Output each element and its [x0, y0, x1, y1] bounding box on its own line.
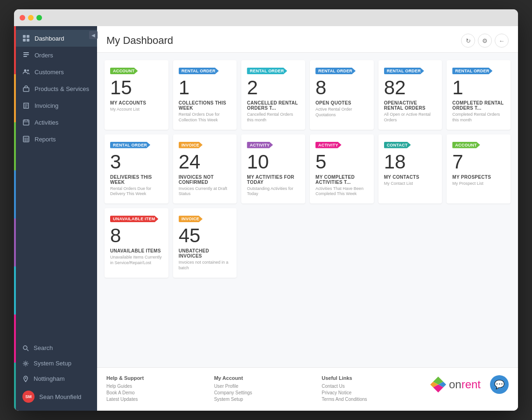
- reports-icon: [22, 135, 30, 143]
- card-title: OPEN QUOTES: [315, 100, 368, 105]
- card-number: 18: [384, 151, 437, 173]
- dashboard-icon: [22, 35, 30, 42]
- sidebar-activities-label: Activities: [35, 119, 58, 126]
- sidebar-item-orders[interactable]: Orders: [14, 47, 97, 63]
- chat-button[interactable]: 💬: [490, 375, 509, 394]
- sidebar-collapse-button[interactable]: ◀: [89, 31, 98, 39]
- footer-link-company-settings[interactable]: Company Settings: [214, 390, 308, 395]
- activities-icon: [22, 119, 30, 126]
- maximize-dot[interactable]: [36, 15, 42, 21]
- card-title: MY ACCOUNTS: [110, 100, 163, 105]
- main-header: My Dashboard ↻ ⚙ ←: [97, 26, 518, 53]
- card-badge: Rental Order: [110, 142, 150, 148]
- sidebar-item-search[interactable]: Search: [14, 340, 97, 356]
- card-subtitle: My Account List: [110, 107, 163, 112]
- footer-useful: Useful Links Contact Us Privacy Notice T…: [322, 375, 415, 403]
- nav-items: Dashboard Orders: [14, 30, 97, 340]
- titlebar-dots: [20, 15, 42, 21]
- svg-rect-6: [23, 56, 27, 57]
- card-open-quotes[interactable]: Rental Order 8 OPEN QUOTES Active Rental…: [310, 60, 374, 130]
- collapse-icon: ◀: [91, 33, 95, 38]
- cards-row-2: Rental Order 3 DELIVERIES THIS WEEK Rent…: [105, 134, 511, 204]
- card-my-accounts[interactable]: Account 15 MY ACCOUNTS My Account List: [105, 60, 168, 130]
- card-badge: Activity: [315, 142, 342, 148]
- card-number: 8: [315, 77, 368, 98]
- sidebar-item-reports[interactable]: Reports: [14, 131, 97, 147]
- card-completed-rental[interactable]: Rental Order 1 COMPLETED RENTAL ORDERS T…: [447, 60, 511, 130]
- card-activities-today[interactable]: Activity 10 MY ACTIVITIES FOR TODAY Outs…: [241, 134, 305, 204]
- logo-text: onrent: [449, 378, 481, 391]
- card-contacts[interactable]: Contact 18 MY CONTACTS My Contact List: [378, 134, 442, 204]
- svg-point-22: [23, 346, 27, 350]
- svg-rect-11: [25, 106, 28, 106]
- sidebar-item-system-setup[interactable]: System Setup: [14, 356, 97, 371]
- sidebar-item-location[interactable]: Nottingham: [14, 371, 97, 386]
- card-number: 1: [179, 77, 231, 98]
- card-number: 10: [247, 151, 300, 173]
- sidebar-item-activities[interactable]: Activities: [14, 114, 97, 131]
- card-completed-activities[interactable]: Activity 5 MY COMPLETED ACTIVITIES T... …: [310, 134, 374, 204]
- footer-link-terms[interactable]: Terms And Conditions: [322, 397, 415, 402]
- footer-link-latest-updates[interactable]: Latest Updates: [106, 397, 200, 402]
- card-badge: Rental Order: [179, 68, 219, 74]
- svg-rect-0: [23, 35, 26, 38]
- card-unbatched[interactable]: Invoice 45 UNBATCHED INVOICES Invoices n…: [173, 208, 237, 278]
- card-title: COMPLETED RENTAL ORDERS T...: [452, 100, 505, 111]
- card-cancelled-rental[interactable]: Rental Order 2 CANCELLED RENTAL ORDERS T…: [241, 60, 305, 130]
- card-badge: Contact: [384, 142, 411, 148]
- card-badge: Account: [452, 142, 480, 148]
- minimize-dot[interactable]: [28, 15, 34, 21]
- settings-button[interactable]: ⚙: [478, 34, 492, 48]
- card-unavailable[interactable]: Unavailable Item 8 UNAVAILABLE ITEMS Una…: [105, 208, 168, 278]
- products-icon: [22, 85, 30, 92]
- card-invoices-unconfirmed[interactable]: Invoice 24 INVOICES NOT CONFIRMED Invoic…: [173, 134, 237, 204]
- header-actions: ↻ ⚙ ←: [461, 34, 509, 48]
- card-deliveries[interactable]: Rental Order 3 DELIVERIES THIS WEEK Rent…: [105, 134, 168, 204]
- footer-link-contact-us[interactable]: Contact Us: [322, 384, 415, 389]
- svg-rect-13: [23, 120, 29, 125]
- card-prospects[interactable]: Account 7 MY PROSPECTS My Prospect List: [447, 134, 511, 204]
- refresh-button[interactable]: ↻: [461, 34, 475, 48]
- svg-rect-17: [23, 136, 29, 142]
- back-button[interactable]: ←: [495, 34, 509, 48]
- close-dot[interactable]: [20, 15, 25, 21]
- card-active-rental[interactable]: Rental Order 82 OPEN/ACTIVE RENTAL ORDER…: [378, 60, 442, 130]
- footer-link-system-setup[interactable]: System Setup: [214, 397, 308, 402]
- orders-icon: [22, 51, 30, 59]
- sidebar-item-customers[interactable]: Customers: [14, 63, 97, 80]
- card-collections[interactable]: Rental Order 1 COLLECTIONS THIS WEEK Ren…: [173, 60, 237, 130]
- app-body: ◀ Dashboard: [14, 26, 518, 411]
- card-title: UNAVAILABLE ITEMS: [110, 248, 163, 253]
- footer-account: My Account User Profile Company Settings…: [214, 375, 308, 403]
- main-content: My Dashboard ↻ ⚙ ← Account 15 MY ACCOUNT…: [97, 26, 518, 411]
- card-title: MY PROSPECTS: [452, 175, 505, 180]
- sidebar-item-invoicing[interactable]: Invoicing: [14, 97, 97, 114]
- svg-line-23: [27, 349, 29, 351]
- card-title: OPEN/ACTIVE RENTAL ORDERS: [384, 100, 437, 111]
- system-setup-label: System Setup: [34, 360, 71, 367]
- page-title: My Dashboard: [106, 35, 173, 47]
- footer-link-book-demo[interactable]: Book A Demo: [106, 390, 200, 395]
- card-number: 82: [384, 77, 437, 98]
- logo-rent: rent: [462, 378, 481, 391]
- sidebar-invoicing-label: Invoicing: [35, 102, 58, 109]
- footer-link-privacy[interactable]: Privacy Notice: [322, 390, 415, 395]
- card-title: INVOICES NOT CONFIRMED: [179, 175, 231, 185]
- card-title: MY CONTACTS: [384, 175, 437, 180]
- card-subtitle: Rental Orders Due for Collection This We…: [179, 112, 231, 123]
- footer-link-help-guides[interactable]: Help Guides: [106, 384, 200, 389]
- sidebar-item-products[interactable]: Products & Services: [14, 80, 97, 97]
- card-subtitle: Outstanding Activities for Today: [247, 186, 300, 197]
- card-subtitle: All Open or Active Rental Orders: [384, 112, 437, 123]
- svg-rect-3: [27, 39, 29, 42]
- card-number: 2: [247, 77, 300, 98]
- footer-help-heading: Help & Support: [106, 375, 200, 381]
- footer-link-user-profile[interactable]: User Profile: [214, 384, 308, 389]
- sidebar-item-user[interactable]: SM Sean Mounfield: [14, 386, 97, 407]
- card-subtitle: My Contact List: [384, 181, 437, 187]
- sidebar-item-dashboard[interactable]: Dashboard: [14, 30, 97, 47]
- avatar: SM: [22, 391, 35, 403]
- card-badge: Invoice: [179, 216, 203, 222]
- svg-point-24: [25, 363, 27, 364]
- svg-rect-4: [23, 52, 29, 53]
